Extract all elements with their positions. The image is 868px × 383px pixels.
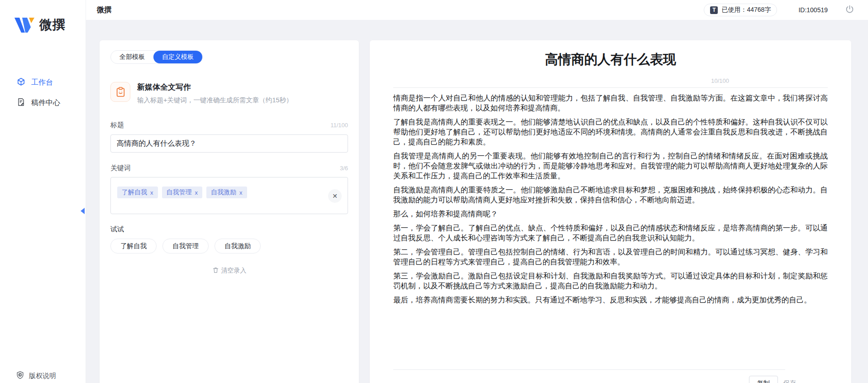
sidebar-item-workbench[interactable]: 工作台 [0, 72, 86, 93]
article-paragraph: 自我管理是高情商人的另一个重要表现。他们能够有效地控制自己的言行和行为，控制自己… [393, 151, 828, 181]
article-paragraph: 第一，学会了解自己。了解自己的优点、缺点、个性特质和偏好，以及自己的情感状态和情… [393, 223, 828, 243]
clipboard-icon [110, 82, 130, 102]
article-paragraph: 最后，培养高情商需要长期的努力和实践。只有通过不断地学习、反思和实践，才能够提高… [393, 295, 828, 305]
template-form-panel: 全部模板 自定义模板 新媒体全文写作 输入标题+关键词，一键准确生成所需文章（约… [100, 40, 359, 383]
title-input[interactable] [110, 134, 348, 153]
article-title-counter: 10/100 [393, 77, 828, 84]
template-description: 输入标题+关键词，一键准确生成所需文章（约15秒） [137, 96, 293, 105]
keywords-field-label: 关键词 [110, 164, 131, 172]
chevron-left-icon [81, 208, 85, 214]
article-editor-inner: 高情商的人有什么表现 10/100 情商是指一个人对自己和他人的情感的认知和管理… [370, 40, 851, 383]
close-icon: ✕ [332, 192, 338, 200]
remove-tag-icon[interactable]: x [195, 189, 198, 196]
tab-custom-templates[interactable]: 自定义模板 [153, 51, 202, 63]
word-count-icon: T [710, 6, 718, 14]
article-paragraph: 自我激励是高情商人的重要特质之一。他们能够激励自己不断地追求目标和梦想，克服困难… [393, 185, 828, 205]
sidebar-item-manuscripts[interactable]: 稿件中心 [0, 93, 86, 113]
keyword-tag-label: 自我激励 [211, 188, 236, 196]
article-paragraph: 了解自我是高情商人的重要表现之一。他们能够清楚地认识自己的优点和缺点，以及自己的… [393, 117, 828, 147]
clear-keywords-button[interactable]: ✕ [328, 189, 342, 203]
page-title: 微撰 [97, 5, 111, 15]
sidebar-collapse-button[interactable] [79, 206, 86, 216]
suggestion-button[interactable]: 自我激励 [215, 239, 261, 254]
article-editor-panel: 高情商的人有什么表现 10/100 情商是指一个人对自己和他人的情感的认知和管理… [370, 40, 851, 383]
footer-divider [393, 369, 785, 370]
article-paragraph: 第二，学会管理自己。管理自己包括控制自己的情绪、行为和言语，以及管理自己的时间和… [393, 247, 828, 267]
brand-logo: 微撰 [14, 15, 66, 34]
remove-tag-icon[interactable]: x [239, 189, 243, 196]
title-divider [393, 87, 828, 88]
workbench-icon [17, 77, 25, 88]
copy-button[interactable]: 复制 [749, 376, 778, 383]
keyword-tag-list: 了解自我 x 自我管理 x 自我激励 x [117, 187, 323, 198]
remove-tag-icon[interactable]: x [150, 189, 153, 196]
keyword-tag[interactable]: 了解自我 x [117, 187, 158, 198]
keywords-counter: 3/6 [340, 165, 348, 172]
suggestion-buttons: 了解自我 自我管理 自我激励 [110, 239, 348, 254]
sidebar-item-label: 稿件中心 [31, 98, 60, 108]
copyright-label: 版权说明 [29, 372, 56, 380]
brand-name: 微撰 [39, 16, 66, 34]
article-title: 高情商的人有什么表现 [393, 40, 828, 69]
keywords-field-header: 关键词 3/6 [110, 164, 348, 172]
keyword-tag-label: 自我管理 [167, 188, 192, 196]
user-id: ID:100519 [798, 6, 828, 14]
title-field-header: 标题 11/100 [110, 121, 348, 129]
power-icon [845, 5, 854, 15]
title-char-counter: 11/100 [330, 122, 348, 129]
sidebar-nav: 工作台 稿件中心 [0, 72, 86, 113]
logout-power-button[interactable] [845, 5, 854, 15]
usage-counter-pill[interactable]: T 已使用：44768字 [704, 4, 777, 16]
save-link[interactable]: 保存 [783, 379, 796, 383]
trash-icon [212, 267, 219, 275]
template-tabs: 全部模板 自定义模板 [110, 50, 203, 64]
clear-all-input-label: 清空录入 [221, 267, 247, 275]
template-card-text: 新媒体全文写作 输入标题+关键词，一键准确生成所需文章（约15秒） [137, 82, 293, 105]
brand-w-icon [14, 15, 35, 34]
clear-all-input-button[interactable]: 清空录入 [110, 267, 348, 275]
keyword-tag[interactable]: 自我激励 x [206, 187, 247, 198]
article-paragraph: 情商是指一个人对自己和他人的情感的认知和管理能力，包括了解自我、自我管理、自我激… [393, 93, 828, 113]
suggestion-button[interactable]: 了解自我 [110, 239, 157, 254]
sidebar-item-label: 工作台 [31, 78, 53, 87]
keyword-tag[interactable]: 自我管理 x [162, 187, 203, 198]
keyword-tag-label: 了解自我 [122, 188, 147, 196]
usage-text: 已使用：44768字 [721, 6, 771, 14]
article-actions: 复制 保存 [749, 376, 796, 383]
app-root: 微撰 工作台 [0, 0, 868, 383]
sidebar: 微撰 工作台 [0, 0, 86, 383]
template-card[interactable]: 新媒体全文写作 输入标题+关键词，一键准确生成所需文章（约15秒） [110, 82, 348, 105]
article-body: 情商是指一个人对自己和他人的情感的认知和管理能力，包括了解自我、自我管理、自我激… [393, 93, 828, 305]
copyright-shield-icon [16, 371, 24, 381]
suggestion-button[interactable]: 自我管理 [162, 239, 209, 254]
title-field-label: 标题 [110, 121, 124, 129]
template-title: 新媒体全文写作 [137, 82, 293, 92]
copyright-link[interactable]: 版权说明 [16, 371, 56, 381]
topbar-right: T 已使用：44768字 ID:100519 [704, 4, 854, 16]
document-pen-icon [17, 98, 25, 108]
keywords-input-area[interactable]: 了解自我 x 自我管理 x 自我激励 x ✕ [110, 177, 348, 214]
article-paragraph: 第三，学会激励自己。激励自己包括设定目标和计划、自我激励和自我奖励等方式。可以通… [393, 271, 828, 291]
article-paragraph: 那么，如何培养和提高情商呢？ [393, 209, 828, 219]
tab-all-templates[interactable]: 全部模板 [111, 51, 153, 63]
topbar: 微撰 T 已使用：44768字 ID:100519 [86, 0, 868, 20]
suggestions-label: 试试 [110, 225, 348, 234]
